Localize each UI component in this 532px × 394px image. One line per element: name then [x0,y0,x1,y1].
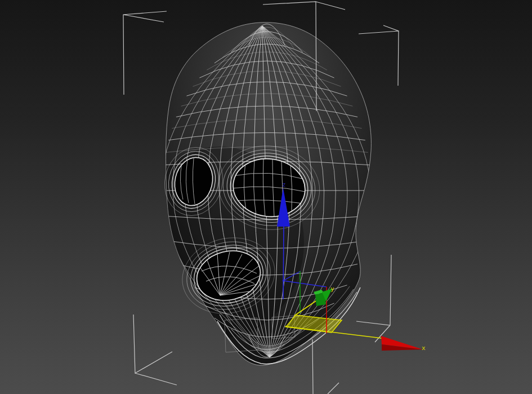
bracket-corner [312,339,339,394]
bracket-corner [123,11,167,95]
viewport-canvas: z y x [0,0,532,394]
head-mesh-object[interactable] [135,23,372,365]
bracket-corner [133,315,177,385]
z-axis-shaft[interactable] [283,227,284,299]
gizmo-label-x: x [422,344,426,352]
bracket-corner [359,25,399,86]
gizmo-label-y: y [330,285,334,293]
viewport-3d[interactable]: z y x [0,0,532,394]
gizmo-label-z: z [282,181,286,188]
bracket-corner [356,255,391,342]
